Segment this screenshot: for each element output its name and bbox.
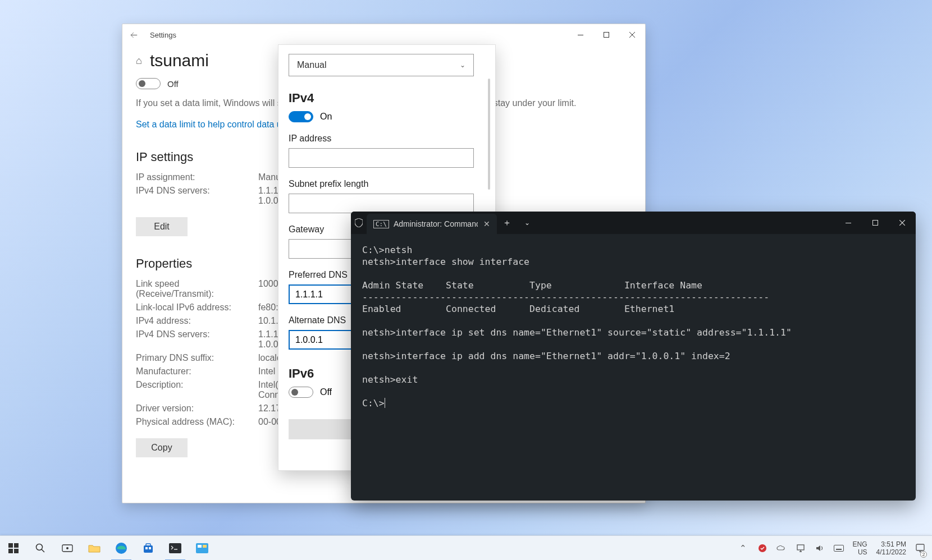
windows-icon xyxy=(8,543,19,553)
tray-overflow-button[interactable]: ⌃ xyxy=(734,536,753,561)
prop-label: Description: xyxy=(136,380,258,400)
ip-dns-label: IPv4 DNS servers: xyxy=(136,186,258,206)
close-button[interactable] xyxy=(619,24,645,45)
terminal-body[interactable]: C:\>netsh netsh>interface show interface… xyxy=(351,234,916,419)
minimize-icon xyxy=(578,35,583,35)
ip-address-input[interactable] xyxy=(289,148,474,168)
tray-network-icon[interactable] xyxy=(791,536,810,561)
svg-rect-15 xyxy=(149,547,151,549)
svg-rect-4 xyxy=(8,543,13,548)
terminal-close-button[interactable] xyxy=(889,212,916,234)
notif-badge: 2 xyxy=(920,551,927,558)
task-view-icon xyxy=(62,543,73,553)
file-explorer-button[interactable] xyxy=(81,536,108,561)
tray-security-icon[interactable] xyxy=(753,536,772,561)
terminal-window: C:\ Administrator: Command Prompt ✕ ＋ ⌄ … xyxy=(351,212,916,501)
terminal-minimize-button[interactable] xyxy=(835,212,862,234)
svg-rect-2 xyxy=(846,223,851,223)
store-icon xyxy=(143,543,154,554)
svg-point-10 xyxy=(66,547,68,549)
lang-top: ENG xyxy=(853,540,867,548)
cursor xyxy=(385,398,385,408)
svg-rect-5 xyxy=(14,543,19,548)
svg-rect-17 xyxy=(196,543,208,553)
svg-rect-18 xyxy=(198,545,202,548)
new-tab-button[interactable]: ＋ xyxy=(497,212,517,234)
ipv4-heading: IPv4 xyxy=(289,91,485,105)
edit-button[interactable]: Edit xyxy=(136,217,188,236)
prop-label: Physical address (MAC): xyxy=(136,417,258,427)
tray-volume-icon[interactable] xyxy=(810,536,829,561)
svg-rect-6 xyxy=(8,549,13,553)
tray-keyboard-icon[interactable] xyxy=(829,536,848,561)
tray-language[interactable]: ENG US xyxy=(848,540,872,556)
prop-label: Link-local IPv6 address: xyxy=(136,302,258,313)
chevron-up-icon: ⌃ xyxy=(739,543,747,553)
folder-icon xyxy=(88,543,100,553)
maximize-button[interactable] xyxy=(593,24,619,45)
svg-rect-22 xyxy=(834,545,843,551)
ip-assignment-label: IP assignment: xyxy=(136,172,258,182)
svg-rect-24 xyxy=(916,544,924,550)
svg-rect-23 xyxy=(836,549,842,550)
tray-onedrive-icon[interactable] xyxy=(772,536,791,561)
minimize-button[interactable] xyxy=(568,24,593,45)
clock-date: 4/11/2022 xyxy=(876,548,906,556)
task-view-button[interactable] xyxy=(54,536,81,561)
shield-icon xyxy=(351,212,367,234)
svg-point-8 xyxy=(36,544,43,550)
tab-dropdown-button[interactable]: ⌄ xyxy=(517,212,537,234)
store-button[interactable] xyxy=(135,536,162,561)
prop-label: Link speed (Receive/Transmit): xyxy=(136,279,258,299)
terminal-tab-title: Administrator: Command Prompt xyxy=(394,219,478,228)
tab-close-icon[interactable]: ✕ xyxy=(483,219,490,228)
search-button[interactable] xyxy=(27,536,54,561)
ip-address-label: IP address xyxy=(289,134,485,144)
chevron-down-icon: ⌄ xyxy=(460,61,465,69)
ip-mode-select[interactable]: Manual ⌄ xyxy=(289,54,474,76)
back-icon[interactable]: 🡠 xyxy=(130,31,138,39)
edge-button[interactable] xyxy=(108,536,135,561)
metered-toggle-label: Off xyxy=(167,79,179,89)
svg-rect-19 xyxy=(203,545,207,548)
terminal-tabs: C:\ Administrator: Command Prompt ✕ ＋ ⌄ xyxy=(351,212,916,234)
start-button[interactable] xyxy=(0,536,27,561)
prop-label: Driver version: xyxy=(136,403,258,414)
app-icon xyxy=(196,543,208,553)
close-icon xyxy=(629,32,635,38)
prop-label: IPv4 DNS servers: xyxy=(136,329,258,350)
cmd-icon: C:\ xyxy=(373,220,389,228)
dialog-scrollbar[interactable] xyxy=(488,79,490,190)
svg-rect-16 xyxy=(169,543,181,553)
copy-button[interactable]: Copy xyxy=(136,438,188,457)
tray-notifications-button[interactable]: 2 xyxy=(911,536,930,561)
page-title: tsunami xyxy=(150,51,209,70)
home-icon[interactable]: ⌂ xyxy=(136,55,142,67)
tray-clock[interactable]: 3:51 PM 4/11/2022 xyxy=(872,540,911,556)
ipv4-toggle[interactable]: On xyxy=(289,111,485,122)
svg-rect-21 xyxy=(797,545,804,550)
terminal-tab[interactable]: C:\ Administrator: Command Prompt ✕ xyxy=(367,214,497,234)
ipv4-toggle-label: On xyxy=(320,112,332,122)
clock-time: 3:51 PM xyxy=(881,540,906,548)
app-button[interactable] xyxy=(189,536,216,561)
lang-bottom: US xyxy=(858,548,867,556)
svg-rect-3 xyxy=(873,221,878,226)
settings-title: Settings xyxy=(150,31,176,39)
edge-icon xyxy=(115,542,127,554)
terminal-icon xyxy=(169,543,181,553)
svg-rect-14 xyxy=(145,547,148,549)
svg-rect-7 xyxy=(14,549,19,553)
ip-mode-value: Manual xyxy=(297,60,326,70)
maximize-icon xyxy=(604,32,609,38)
svg-rect-13 xyxy=(146,544,150,547)
settings-titlebar: 🡠 Settings xyxy=(122,24,645,45)
search-icon xyxy=(35,543,45,553)
terminal-maximize-button[interactable] xyxy=(862,212,889,234)
ipv6-toggle-label: Off xyxy=(320,387,332,397)
subnet-input[interactable] xyxy=(289,194,474,213)
taskbar: ⌃ ENG US 3:51 PM 4/11/2022 2 xyxy=(0,535,932,560)
prop-label: Primary DNS suffix: xyxy=(136,353,258,363)
terminal-taskbar-button[interactable] xyxy=(162,536,189,561)
subnet-label: Subnet prefix length xyxy=(289,179,485,189)
